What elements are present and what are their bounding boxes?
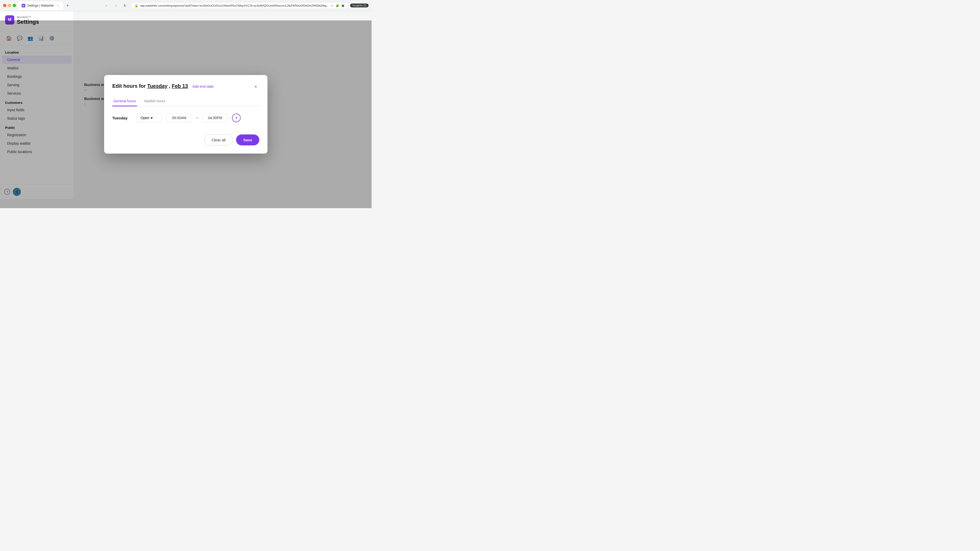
modal-tabs: General hours Waitlist hours [112, 97, 259, 106]
tab-favicon-icon: M [22, 4, 25, 7]
modal-close-button[interactable]: × [252, 83, 259, 90]
modal-date: Feb 13 [172, 83, 188, 89]
chevron-down-icon: ▾ [151, 116, 153, 120]
tab-general-hours[interactable]: General hours [112, 97, 137, 106]
save-button[interactable]: Save [236, 135, 259, 145]
status-select[interactable]: Open ▾ [137, 114, 162, 122]
extensions-icon[interactable]: 🧩 [336, 4, 339, 7]
close-window-btn[interactable] [3, 4, 6, 7]
new-tab-button[interactable]: + [64, 2, 71, 9]
add-time-slot-button[interactable]: + [232, 114, 241, 122]
browser-actions: Incognito (2) [350, 3, 369, 7]
tab-title: Settings | Waitwhile [27, 4, 54, 7]
edit-hours-modal: Edit hours for Tuesday , Feb 13 Add end … [104, 75, 267, 154]
modal-footer: Clear all Save [112, 135, 259, 145]
address-bar[interactable]: 🔒 app.waitwhile.com/settings/general?aut… [130, 2, 348, 9]
status-value: Open [141, 116, 149, 120]
modal-day: Tuesday [147, 83, 168, 89]
browser-chrome: M Settings | Waitwhile × + ← → ↻ 🔒 app.w… [0, 0, 372, 11]
modal-title-group: Edit hours for Tuesday , Feb 13 Add end … [112, 83, 213, 89]
start-time-input[interactable]: 09:00AM [166, 114, 192, 122]
incognito-badge: Incognito (2) [350, 3, 369, 7]
hours-row-tuesday: Tuesday Open ▾ 09:00AM – 04:00PM + [112, 114, 259, 122]
tab-close-btn[interactable]: × [56, 4, 59, 7]
browser-window-controls [3, 4, 16, 7]
tab-bar: M Settings | Waitwhile × + [18, 2, 101, 10]
reload-button[interactable]: ↻ [121, 2, 129, 9]
sidebar-user-name: Moodie577 [17, 16, 39, 19]
add-end-date-button[interactable]: Add end date [192, 84, 213, 89]
lock-icon: 🔒 [135, 4, 138, 7]
end-time-input[interactable]: 04:00PM [202, 114, 228, 122]
sidebar-toggle-icon[interactable]: ▣ [342, 4, 344, 7]
tab-waitlist-hours[interactable]: Waitlist hours [143, 97, 167, 106]
forward-button[interactable]: → [112, 2, 119, 9]
time-separator: – [196, 116, 198, 120]
modal-overlay: Edit hours for Tuesday , Feb 13 Add end … [0, 21, 372, 208]
back-button[interactable]: ← [103, 2, 110, 9]
bookmark-icon[interactable]: ☆ [331, 4, 334, 7]
active-tab[interactable]: M Settings | Waitwhile × [18, 2, 63, 10]
minimize-window-btn[interactable] [8, 4, 11, 7]
modal-header: Edit hours for Tuesday , Feb 13 Add end … [112, 83, 259, 90]
tuesday-label: Tuesday [112, 116, 133, 120]
maximize-window-btn[interactable] [13, 4, 16, 7]
url-text: app.waitwhile.com/settings/general?authT… [140, 4, 329, 7]
modal-title: Edit hours for Tuesday , Feb 13 [112, 83, 189, 89]
clear-all-button[interactable]: Clear all [204, 135, 233, 145]
